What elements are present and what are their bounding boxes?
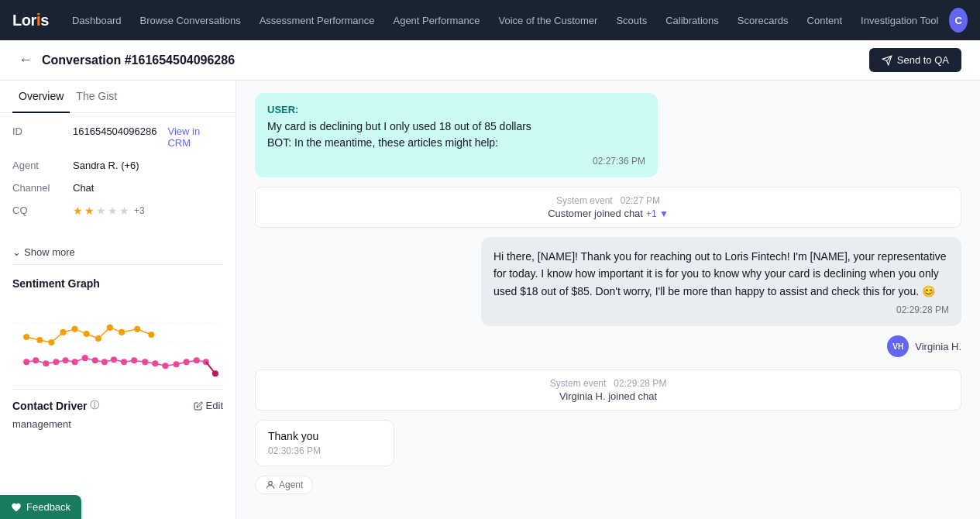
page-header: ← Conversation #161654504096286 Send to … — [0, 40, 980, 81]
svg-line-25 — [137, 329, 151, 335]
edit-button[interactable]: Edit — [194, 400, 223, 411]
system-event-text-1: Customer joined chat +1 ▼ — [268, 208, 948, 219]
contact-driver-title: Contact Driver ⓘ — [12, 399, 99, 412]
system-event-text-2: Virginia H. joined chat — [268, 390, 948, 402]
message-user-2: Thank you 02:30:36 PM — [255, 420, 394, 466]
sentiment-graph-title: Sentiment Graph — [0, 265, 236, 296]
channel-value: Chat — [73, 182, 94, 194]
nav-item-investigation-tool[interactable]: Investigation Tool — [853, 10, 946, 31]
system-event-time-1: System event 02:27 PM — [268, 195, 948, 206]
system-event-time-2: System event 02:29:28 PM — [268, 378, 948, 389]
nav-item-calibrations[interactable]: Calibrations — [658, 10, 727, 31]
star-2: ★ — [84, 205, 95, 217]
svg-point-15 — [148, 332, 154, 338]
message-user-1: USER: My card is declining but I only us… — [255, 93, 658, 177]
info-icon: ⓘ — [90, 399, 99, 412]
left-panel: Overview The Gist ID 161654504096286 Vie… — [0, 81, 236, 519]
star-5: ★ — [119, 205, 129, 217]
small-message-time: 02:30:36 PM — [268, 445, 381, 456]
star-1: ★ — [73, 205, 83, 217]
logo[interactable]: Loris — [12, 10, 49, 30]
send-to-qa-button[interactable]: Send to QA — [869, 48, 961, 72]
cq-label: CQ — [12, 205, 67, 216]
meta-section: ID 161654504096286 View in CRM Agent San… — [0, 113, 236, 240]
pencil-icon — [194, 401, 203, 411]
agent-message-text: Hi there, [NAME]! Thank you for reaching… — [493, 248, 949, 300]
meta-channel-row: Channel Chat — [12, 182, 223, 194]
nav-item-assessment-performance[interactable]: Assessment Performance — [252, 10, 383, 31]
meta-agent-row: Agent Sandra R. (+6) — [12, 160, 223, 171]
svg-line-22 — [98, 328, 110, 339]
system-event-expand-1[interactable]: +1 ▼ — [646, 208, 669, 219]
nav-item-scorecards[interactable]: Scorecards — [730, 10, 796, 31]
nav-item-content[interactable]: Content — [799, 10, 851, 31]
contact-driver-value: management — [0, 418, 236, 436]
agent-message-bubble: Hi there, [NAME]! Thank you for reaching… — [481, 237, 961, 326]
agent-message-footer: VH Virginia H. — [255, 335, 961, 357]
small-message-text: Thank you — [268, 430, 381, 442]
tab-the-gist[interactable]: The Gist — [70, 81, 123, 113]
conversation-title: Conversation #161654504096286 — [42, 53, 235, 67]
svg-line-64 — [206, 362, 215, 373]
agent-value: Sandra R. (+6) — [73, 160, 139, 171]
nav-item-dashboard[interactable]: Dashboard — [64, 10, 129, 31]
send-icon — [882, 55, 892, 66]
id-value: 161654504096286 — [73, 125, 156, 137]
user-message-time: 02:27:36 PM — [267, 156, 645, 167]
system-event-2: System event 02:29:28 PM Virginia H. joi… — [255, 369, 961, 411]
agent-name: Virginia H. — [915, 341, 961, 352]
agent-tag[interactable]: Agent — [255, 476, 313, 494]
nav-item-agent-performance[interactable]: Agent Performance — [385, 10, 487, 31]
star-4: ★ — [108, 205, 118, 217]
view-in-crm-link[interactable]: View in CRM — [167, 125, 223, 149]
user-avatar[interactable]: C — [949, 8, 968, 33]
user-label: USER: — [267, 104, 645, 115]
nav-item-scouts[interactable]: Scouts — [608, 10, 655, 31]
id-label: ID — [12, 125, 67, 137]
star-3: ★ — [96, 205, 106, 217]
meta-id-row: ID 161654504096286 View in CRM — [12, 125, 223, 149]
feedback-icon — [11, 502, 22, 513]
agent-message-1: Hi there, [NAME]! Thank you for reaching… — [255, 237, 961, 357]
svg-point-65 — [269, 482, 273, 486]
svg-line-18 — [51, 332, 63, 342]
chat-panel: USER: My card is declining but I only us… — [236, 81, 980, 519]
tab-overview[interactable]: Overview — [12, 81, 70, 113]
contact-driver-header: Contact Driver ⓘ Edit — [0, 390, 236, 418]
feedback-label: Feedback — [26, 501, 70, 513]
cq-plus-count: +3 — [134, 205, 145, 216]
main-content: Overview The Gist ID 161654504096286 Vie… — [0, 81, 980, 519]
agent-message-time: 02:29:28 PM — [493, 304, 949, 315]
nav-item-voice-of-customer[interactable]: Voice of the Customer — [491, 10, 606, 31]
agent-avatar-vh: VH — [887, 335, 909, 357]
meta-cq-row: CQ ★ ★ ★ ★ ★ +3 — [12, 205, 223, 217]
show-more-button[interactable]: ⌄ Show more — [0, 240, 236, 264]
feedback-button[interactable]: Feedback — [0, 495, 81, 519]
cq-stars: ★ ★ ★ ★ ★ +3 — [73, 205, 145, 217]
sentiment-graph-chart — [0, 296, 236, 389]
sentiment-svg — [12, 296, 223, 389]
user-message-text: My card is declining but I only used 18 … — [267, 119, 645, 151]
chevron-down-icon: ⌄ — [12, 246, 21, 258]
nav-item-browse-conversations[interactable]: Browse Conversations — [132, 10, 249, 31]
navbar: Loris Dashboard Browse Conversations Ass… — [0, 0, 980, 40]
agent-label: Agent — [12, 160, 67, 171]
agent-tag-row: Agent — [255, 476, 961, 494]
channel-label: Channel — [12, 182, 67, 194]
tab-bar: Overview The Gist — [0, 81, 236, 113]
system-event-1: System event 02:27 PM Customer joined ch… — [255, 187, 961, 228]
agent-icon — [265, 479, 276, 490]
back-button[interactable]: ← — [19, 52, 33, 68]
